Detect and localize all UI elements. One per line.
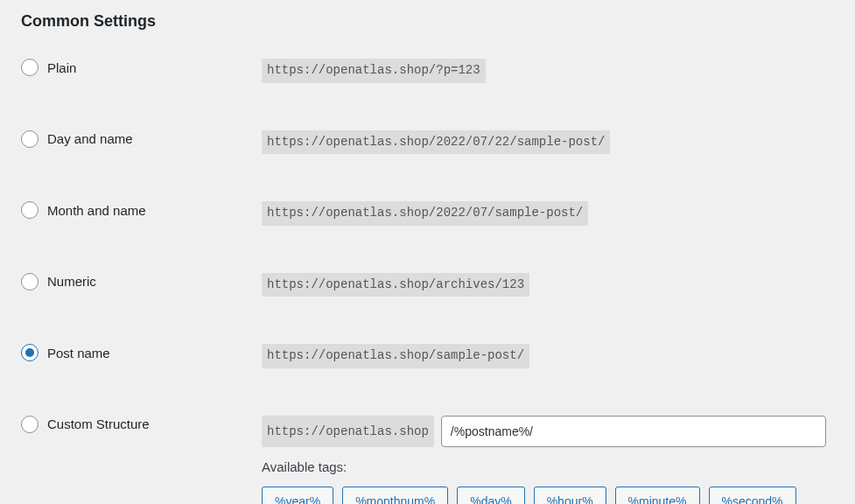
tag-hour-button[interactable]: %hour% <box>534 486 606 504</box>
tag-monthnum-button[interactable]: %monthnum% <box>342 486 448 504</box>
radio-label-post-name[interactable]: Post name <box>47 346 110 360</box>
radio-label-custom[interactable]: Custom Structure <box>47 416 150 431</box>
radio-label-numeric[interactable]: Numeric <box>47 274 96 289</box>
radio-label-day-name[interactable]: Day and name <box>47 131 133 146</box>
available-tags: %year% %monthnum% %day% %hour% %minute% … <box>262 486 834 504</box>
radio-plain[interactable] <box>21 59 39 76</box>
sample-numeric: https://openatlas.shop/archives/123 <box>262 273 529 298</box>
sample-post-name: https://openatlas.shop/sample-post/ <box>262 344 529 368</box>
radio-month-name[interactable] <box>21 201 39 219</box>
tag-second-button[interactable]: %second% <box>709 486 796 504</box>
radio-label-plain[interactable]: Plain <box>47 60 76 75</box>
radio-numeric[interactable] <box>21 273 39 290</box>
radio-label-month-name[interactable]: Month and name <box>47 203 146 218</box>
tag-minute-button[interactable]: %minute% <box>615 486 700 504</box>
tag-day-button[interactable]: %day% <box>457 486 524 504</box>
radio-post-name[interactable] <box>21 344 39 361</box>
section-heading: Common Settings <box>21 12 834 31</box>
sample-plain: https://openatlas.shop/?p=123 <box>262 59 486 83</box>
permalink-option-plain: Plain https://openatlas.shop/?p=123 <box>21 59 834 83</box>
permalink-option-month-name: Month and name https://openatlas.shop/20… <box>21 201 834 226</box>
sample-month-name: https://openatlas.shop/2022/07/sample-po… <box>262 201 588 226</box>
permalink-option-post-name: Post name https://openatlas.shop/sample-… <box>21 344 834 368</box>
permalink-option-day-name: Day and name https://openatlas.shop/2022… <box>21 130 834 155</box>
permalink-structure-input[interactable] <box>441 416 826 447</box>
tag-year-button[interactable]: %year% <box>262 486 333 504</box>
sample-day-name: https://openatlas.shop/2022/07/22/sample… <box>262 130 610 155</box>
radio-custom[interactable] <box>21 416 39 433</box>
available-tags-label: Available tags: <box>262 459 834 474</box>
permalink-option-custom: Custom Structure https://openatlas.shop … <box>21 416 834 504</box>
permalink-option-numeric: Numeric https://openatlas.shop/archives/… <box>21 273 834 298</box>
custom-prefix: https://openatlas.shop <box>262 416 434 447</box>
radio-day-name[interactable] <box>21 130 39 148</box>
